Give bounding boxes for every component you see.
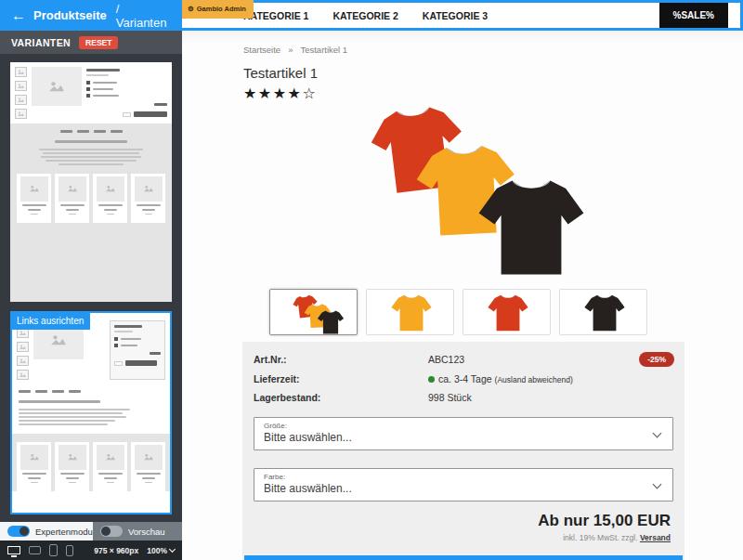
- image-thumbnail-row: [269, 289, 647, 335]
- chevron-down-icon: [653, 480, 662, 489]
- gear-icon: ⚙: [188, 5, 194, 13]
- spec-row-artnr: Art.Nr.: ABC123: [254, 354, 673, 365]
- variants-panel-title: VARIANTEN: [11, 37, 71, 48]
- color-label: Farbe:: [264, 473, 645, 481]
- preview-label: Vorschau: [128, 527, 165, 537]
- size-label: Größe:: [264, 422, 645, 430]
- sale-nav-item[interactable]: %SALE%: [659, 3, 728, 28]
- editor-subtitle: / Varianten: [116, 2, 171, 30]
- tablet-landscape-icon[interactable]: [29, 546, 41, 554]
- editor-sidebar: ← Produktseite / Varianten VARIANTEN RES…: [0, 0, 182, 560]
- preview-control: Vorschau: [93, 522, 182, 540]
- stock-value: 998 Stück: [428, 392, 472, 403]
- editor-toggle-bar: Expertenmodus Vorschau: [0, 522, 182, 540]
- zoom-level: 100%: [147, 546, 167, 555]
- product-title: Testartikel 1: [243, 65, 318, 81]
- editor-header: ← Produktseite / Varianten: [0, 0, 182, 31]
- image-placeholder-icon: [32, 67, 82, 106]
- expert-mode-toggle[interactable]: [7, 526, 30, 537]
- gambio-admin-badge[interactable]: ⚙ Gambio Admin: [182, 0, 254, 19]
- image-thumb-black[interactable]: [559, 289, 647, 335]
- device-bar: 975 × 960px 100%: [0, 540, 182, 560]
- variant-thumbnail-list: Links ausrichten: [0, 54, 182, 514]
- artnr-value: ABC123: [428, 354, 464, 365]
- variant-label: Links ausrichten: [12, 313, 90, 330]
- tax-note: inkl. 19% MwSt. zzgl. Versand: [254, 533, 671, 542]
- delivery-label: Lieferzeit:: [254, 373, 428, 384]
- nav-kategorie-3[interactable]: KATEGORIE 3: [423, 10, 488, 21]
- reset-button[interactable]: RESET: [79, 36, 118, 49]
- wireframe-content-2: [12, 390, 170, 491]
- add-to-cart-button-edge[interactable]: [244, 555, 683, 560]
- spec-row-stock: Lagerbestand: 998 Stück: [254, 392, 673, 403]
- editor-title[interactable]: Produktseite: [33, 8, 107, 22]
- variants-panel-header: VARIANTEN RESET: [0, 31, 182, 54]
- styleedit-editor: ← Produktseite / Varianten VARIANTEN RES…: [0, 0, 743, 560]
- image-thumb-orange[interactable]: [366, 289, 454, 335]
- wireframe-hero-1: [10, 62, 172, 124]
- breadcrumb: Startseite » Testartikel 1: [243, 45, 347, 55]
- artnr-label: Art.Nr.:: [254, 354, 428, 365]
- delivery-note: (Ausland abweichend): [495, 375, 573, 384]
- variant-thumbnail-links-ausrichten[interactable]: Links ausrichten: [10, 311, 172, 514]
- shop-nav: KATEGORIE 1 KATEGORIE 2 KATEGORIE 3 %SAL…: [182, 0, 743, 31]
- wireframe-content-1: [10, 124, 172, 302]
- product-main-image[interactable]: [366, 105, 615, 283]
- spec-row-delivery: Lieferzeit: ca. 3-4 Tage(Ausland abweich…: [254, 373, 673, 384]
- shop-preview: KATEGORIE 1 KATEGORIE 2 KATEGORIE 3 %SAL…: [182, 0, 743, 560]
- gambio-admin-label: Gambio Admin: [197, 5, 246, 13]
- expert-mode-label: Expertenmodus: [35, 527, 98, 537]
- shipping-link[interactable]: Versand: [640, 533, 671, 542]
- expert-mode-control: Expertenmodus: [0, 522, 93, 540]
- chevron-down-icon: [169, 545, 176, 552]
- color-select[interactable]: Farbe: Bitte auswählen...: [254, 468, 673, 501]
- delivery-value: ca. 3-4 Tage(Ausland abweichend): [428, 373, 573, 384]
- back-arrow-icon[interactable]: ←: [11, 8, 26, 23]
- shop-page: Startseite » Testartikel 1 Testartikel 1…: [182, 31, 743, 560]
- phone-icon[interactable]: [66, 545, 73, 556]
- price-block: Ab nur 15,00 EUR inkl. 19% MwSt. zzgl. V…: [254, 512, 673, 542]
- size-value: Bitte auswählen...: [264, 431, 645, 444]
- canvas-dimensions: 975 × 960px: [94, 546, 138, 555]
- color-value: Bitte auswählen...: [264, 482, 645, 495]
- stock-status-icon: [428, 376, 435, 383]
- breadcrumb-home[interactable]: Startseite: [243, 45, 280, 55]
- product-price: Ab nur 15,00 EUR: [254, 512, 671, 530]
- discount-badge: -25%: [639, 352, 674, 367]
- star-rating: ★★★★☆: [243, 85, 317, 102]
- image-thumb-red[interactable]: [463, 289, 551, 335]
- chevron-down-icon: [653, 429, 662, 438]
- stock-label: Lagerbestand:: [254, 392, 428, 403]
- preview-toggle[interactable]: [100, 526, 123, 537]
- tablet-portrait-icon[interactable]: [49, 544, 58, 556]
- variant-thumbnail-default[interactable]: [10, 62, 172, 302]
- zoom-control[interactable]: 100%: [147, 546, 175, 555]
- nav-kategorie-2[interactable]: KATEGORIE 2: [332, 10, 398, 21]
- size-select[interactable]: Größe: Bitte auswählen...: [254, 417, 673, 450]
- breadcrumb-separator: »: [288, 45, 293, 55]
- image-thumb-all-colors[interactable]: [269, 289, 358, 335]
- breadcrumb-current: Testartikel 1: [300, 45, 347, 55]
- desktop-icon[interactable]: [7, 546, 20, 554]
- product-info-panel: -25% Art.Nr.: ABC123 Lieferzeit: ca. 3-4…: [242, 342, 684, 560]
